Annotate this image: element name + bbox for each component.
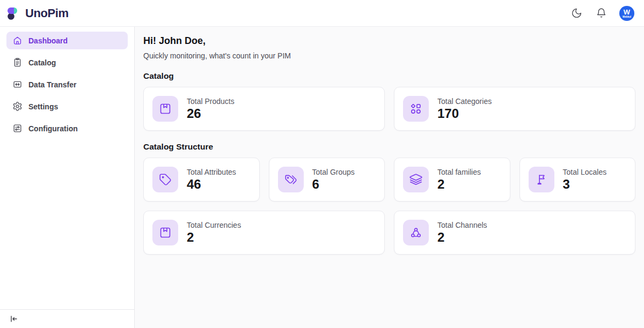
- sidebar-item-label: Dashboard: [28, 36, 68, 45]
- tag-icon: [152, 167, 178, 192]
- app-header: UnoPim W Webkul: [0, 0, 644, 27]
- stat-label: Total families: [437, 168, 481, 176]
- catalog-cards-grid: Total Products 26 Total Categories 170: [143, 87, 635, 131]
- stat-card-total-currencies: Total Currencies 2: [143, 211, 385, 255]
- sidebar-item-label: Configuration: [28, 124, 78, 133]
- stat-card-total-groups: Total Groups 6: [269, 158, 385, 202]
- sidebar-item-label: Settings: [28, 102, 58, 111]
- sidebar-item-data-transfer[interactable]: Data Transfer: [6, 76, 128, 93]
- sidebar-item-label: Data Transfer: [28, 80, 76, 89]
- collapse-sidebar-button[interactable]: [9, 314, 19, 324]
- stat-label: Total Categories: [437, 97, 492, 106]
- stat-value: 2: [187, 230, 241, 244]
- header-actions: W Webkul: [570, 6, 634, 21]
- dark-mode-toggle[interactable]: [570, 7, 583, 20]
- page-subtitle: Quickly monitoring, what's count in your…: [143, 51, 635, 60]
- stat-label: Total Channels: [437, 221, 487, 229]
- stat-value: 2: [437, 177, 481, 191]
- catalog-structure-cards-grid: Total Attributes 46 Total Groups 6: [143, 158, 635, 255]
- sidebar-item-configuration[interactable]: Configuration: [6, 120, 128, 137]
- sidebar-nav: Dashboard Catalog Data Transfer: [0, 27, 134, 309]
- unopim-logo-icon: [6, 6, 21, 20]
- stat-value: 6: [312, 177, 355, 191]
- section-title-catalog-structure: Catalog Structure: [143, 142, 635, 152]
- app-logo[interactable]: UnoPim: [6, 6, 69, 20]
- sidebar-item-catalog[interactable]: Catalog: [6, 54, 128, 71]
- stat-value: 3: [563, 177, 607, 191]
- gear-icon: [12, 101, 23, 111]
- sidebar-item-settings[interactable]: Settings: [6, 98, 128, 115]
- data-transfer-icon: [12, 79, 23, 90]
- stat-card-total-categories: Total Categories 170: [394, 87, 635, 131]
- package-icon: [152, 220, 178, 245]
- stat-value: 2: [437, 230, 487, 244]
- stat-value: 46: [187, 177, 236, 191]
- stat-card-total-channels: Total Channels 2: [394, 211, 635, 255]
- stat-label: Total Products: [187, 97, 235, 106]
- stat-label: Total Groups: [312, 168, 355, 176]
- sliders-icon: [12, 123, 23, 133]
- notifications-button[interactable]: [595, 7, 608, 20]
- tags-icon: [278, 167, 304, 192]
- stat-card-total-locales: Total Locales 3: [519, 158, 636, 202]
- flag-icon: [529, 167, 554, 192]
- stat-label: Total Locales: [563, 168, 607, 176]
- page-greeting: Hi! John Doe,: [143, 35, 635, 47]
- bell-icon: [596, 8, 607, 19]
- logo-text: UnoPim: [25, 6, 69, 20]
- avatar-label: Webkul: [623, 16, 631, 19]
- section-title-catalog: Catalog: [143, 71, 635, 81]
- stat-card-total-families: Total families 2: [394, 158, 510, 202]
- avatar[interactable]: W Webkul: [619, 6, 634, 21]
- stat-value: 26: [187, 107, 235, 121]
- dashboard-main: Hi! John Doe, Quickly monitoring, what's…: [135, 27, 644, 328]
- stat-value: 170: [437, 107, 492, 121]
- collapse-sidebar-icon: [9, 314, 19, 324]
- stat-label: Total Attributes: [187, 168, 236, 176]
- stat-card-total-attributes: Total Attributes 46: [143, 158, 260, 202]
- sidebar-item-dashboard[interactable]: Dashboard: [6, 32, 128, 49]
- categories-icon: [403, 96, 429, 122]
- layers-icon: [403, 167, 429, 192]
- sidebar-footer: [0, 309, 134, 328]
- sidebar: Dashboard Catalog Data Transfer: [0, 27, 135, 328]
- clipboard-list-icon: [12, 57, 23, 68]
- moon-icon: [571, 8, 582, 19]
- home-icon: [12, 35, 23, 46]
- avatar-initial: W: [624, 9, 630, 16]
- stat-card-total-products: Total Products 26: [143, 87, 385, 131]
- unopim-app: UnoPim W Webkul: [0, 0, 644, 328]
- stat-label: Total Currencies: [187, 221, 241, 229]
- sidebar-item-label: Catalog: [28, 58, 56, 67]
- channels-icon: [403, 220, 429, 245]
- package-icon: [152, 96, 178, 122]
